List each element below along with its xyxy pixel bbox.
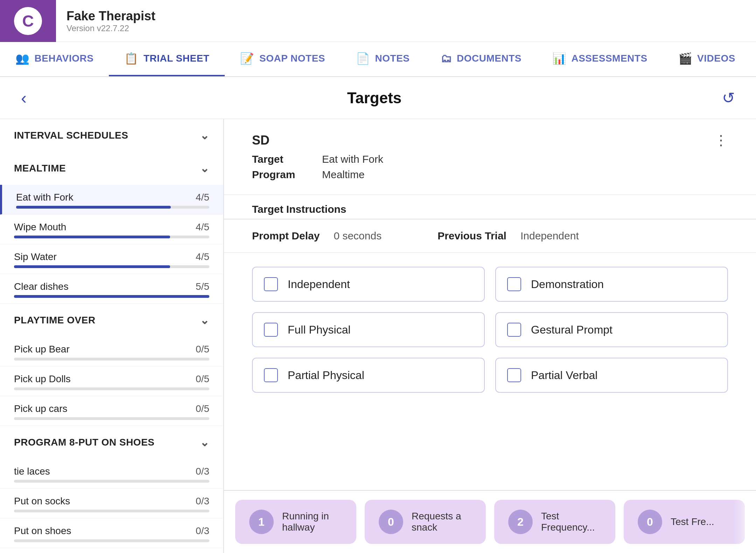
behavior-name: Test Frequency... <box>541 511 601 533</box>
behavior-card-running-in-hallway[interactable]: 1 Running in hallway <box>235 500 356 544</box>
soap-notes-icon: 📝 <box>240 52 254 65</box>
page-title: Targets <box>347 89 402 107</box>
progress-track <box>14 265 209 268</box>
checkbox-demonstration[interactable] <box>507 277 521 291</box>
prompt-delay-value: 0 seconds <box>334 230 382 242</box>
progress-track <box>14 295 209 298</box>
target-key: Target <box>252 153 315 165</box>
logo-circle: C <box>14 7 42 35</box>
checkbox-partial-physical[interactable] <box>264 368 278 382</box>
behavior-count: 1 <box>249 510 274 534</box>
progress-track <box>14 539 209 542</box>
program-key: Program <box>252 169 315 181</box>
checkbox-full-physical[interactable] <box>264 323 278 337</box>
tab-behaviors[interactable]: 👥 BEHAVIORS <box>0 42 109 76</box>
tab-trial-sheet[interactable]: 📋 TRIAL SHEET <box>109 42 225 76</box>
option-partial-verbal[interactable]: Partial Verbal <box>495 358 728 393</box>
sd-label: SD <box>252 133 383 148</box>
sidebar-item-eat-with-fork[interactable]: Eat with Fork 4/5 <box>0 185 223 215</box>
prompt-section: Prompt Delay 0 seconds Previous Trial In… <box>224 219 756 253</box>
tab-notes[interactable]: 📄 NOTES <box>341 42 425 76</box>
sidebar-section-playtime-over[interactable]: PLAYTIME OVER ⌄ <box>0 304 223 337</box>
progress-track <box>14 417 209 420</box>
progress-fill <box>14 295 209 298</box>
progress-fill <box>16 206 171 209</box>
sidebar-section-interval-schedules[interactable]: INTERVAL SCHEDULES ⌄ <box>0 119 223 152</box>
sidebar-item-pick-up-cars[interactable]: Pick up cars 0/5 <box>0 396 223 426</box>
content-scroll: SD Target Eat with Fork Program Mealtime… <box>224 119 756 490</box>
back-button[interactable]: ‹ <box>21 88 27 107</box>
assessments-icon: 📊 <box>552 52 567 65</box>
behavior-count: 0 <box>379 510 403 534</box>
progress-fill <box>14 265 170 268</box>
behavior-card-test-frequency[interactable]: 2 Test Frequency... <box>494 500 615 544</box>
chevron-down-icon: ⌄ <box>200 314 210 327</box>
prev-trial-label: Previous Trial <box>438 230 506 242</box>
behavior-count: 2 <box>508 510 533 534</box>
app-name: Fake Therapist <box>66 9 746 23</box>
app-header: C Fake Therapist Version v22.7.22 <box>0 0 756 42</box>
sidebar-item-wipe-mouth[interactable]: Wipe Mouth 4/5 <box>0 215 223 244</box>
notes-icon: 📄 <box>356 52 370 65</box>
tab-documents[interactable]: 🗂 DOCUMENTS <box>425 42 537 76</box>
option-partial-physical[interactable]: Partial Physical <box>252 358 485 393</box>
chevron-down-icon: ⌄ <box>200 162 210 175</box>
prompt-delay-label: Prompt Delay <box>252 230 320 242</box>
progress-track <box>14 236 209 238</box>
targets-header: ‹ Targets ↺ <box>0 77 756 119</box>
behavior-card-requests-snack[interactable]: 0 Requests a snack <box>365 500 486 544</box>
checkbox-independent[interactable] <box>264 277 278 291</box>
sidebar-section-program-8[interactable]: PROGRAM 8-PUT ON SHOES ⌄ <box>0 426 223 459</box>
sidebar-item-sip-water[interactable]: Sip Water 4/5 <box>0 244 223 274</box>
behavior-name: Running in hallway <box>282 511 342 533</box>
main-layout: INTERVAL SCHEDULES ⌄ MEALTIME ⌄ Eat with… <box>0 119 756 553</box>
behavior-count: 0 <box>638 510 662 534</box>
checkbox-gestural-prompt[interactable] <box>507 323 521 337</box>
sd-section: SD Target Eat with Fork Program Mealtime… <box>224 119 756 195</box>
option-full-physical[interactable]: Full Physical <box>252 312 485 347</box>
chevron-down-icon: ⌄ <box>200 436 210 449</box>
tab-videos[interactable]: 🎬 VIDEOS <box>663 42 751 76</box>
prompt-options-grid: Independent Demonstration Full Physical … <box>224 253 756 407</box>
app-logo: C <box>0 0 56 42</box>
sidebar-item-pick-up-dolls[interactable]: Pick up Dolls 0/5 <box>0 366 223 396</box>
progress-track <box>14 510 209 512</box>
sidebar: INTERVAL SCHEDULES ⌄ MEALTIME ⌄ Eat with… <box>0 119 224 553</box>
videos-icon: 🎬 <box>678 52 693 65</box>
tab-soap-notes[interactable]: 📝 SOAP NOTES <box>225 42 341 76</box>
prev-trial-value: Independent <box>520 230 579 242</box>
behavior-name: Requests a snack <box>412 511 472 533</box>
app-title-area: Fake Therapist Version v22.7.22 <box>56 9 756 33</box>
checkbox-partial-verbal[interactable] <box>507 368 521 382</box>
option-independent[interactable]: Independent <box>252 267 485 302</box>
option-demonstration[interactable]: Demonstration <box>495 267 728 302</box>
app-version: Version v22.7.22 <box>66 23 746 33</box>
progress-track <box>14 387 209 390</box>
option-gestural-prompt[interactable]: Gestural Prompt <box>495 312 728 347</box>
behaviors-bar: 1 Running in hallway 0 Requests a snack … <box>224 490 756 553</box>
progress-track <box>14 358 209 360</box>
trial-sheet-icon: 📋 <box>124 52 139 65</box>
behavior-name: Test Fre... <box>671 516 714 527</box>
progress-track <box>14 480 209 483</box>
sidebar-item-put-on-shoes[interactable]: Put on shoes 0/3 <box>0 518 223 548</box>
sidebar-item-put-on-socks[interactable]: Put on socks 0/3 <box>0 489 223 518</box>
progress-fill <box>14 236 170 238</box>
behaviors-icon: 👥 <box>15 52 30 65</box>
chevron-down-icon: ⌄ <box>200 129 210 142</box>
tab-assessments[interactable]: 📊 ASSESSMENTS <box>537 42 663 76</box>
documents-icon: 🗂 <box>441 52 452 65</box>
top-nav: 👥 BEHAVIORS 📋 TRIAL SHEET 📝 SOAP NOTES 📄… <box>0 42 756 77</box>
behavior-card-test-fre[interactable]: 0 Test Fre... <box>624 500 745 544</box>
target-instructions-label: Target Instructions <box>224 195 756 219</box>
more-options-button[interactable]: ⋮ <box>714 133 728 147</box>
program-value: Mealtime <box>322 169 365 181</box>
undo-button[interactable]: ↺ <box>722 89 735 107</box>
progress-track <box>16 206 209 209</box>
sidebar-section-mealtime[interactable]: MEALTIME ⌄ <box>0 152 223 185</box>
target-value: Eat with Fork <box>322 153 383 165</box>
sidebar-item-clear-dishes[interactable]: Clear dishes 5/5 <box>0 274 223 304</box>
sidebar-item-pick-up-bear[interactable]: Pick up Bear 0/5 <box>0 337 223 366</box>
sidebar-item-tie-laces[interactable]: tie laces 0/3 <box>0 459 223 489</box>
content-wrapper: SD Target Eat with Fork Program Mealtime… <box>224 119 756 553</box>
